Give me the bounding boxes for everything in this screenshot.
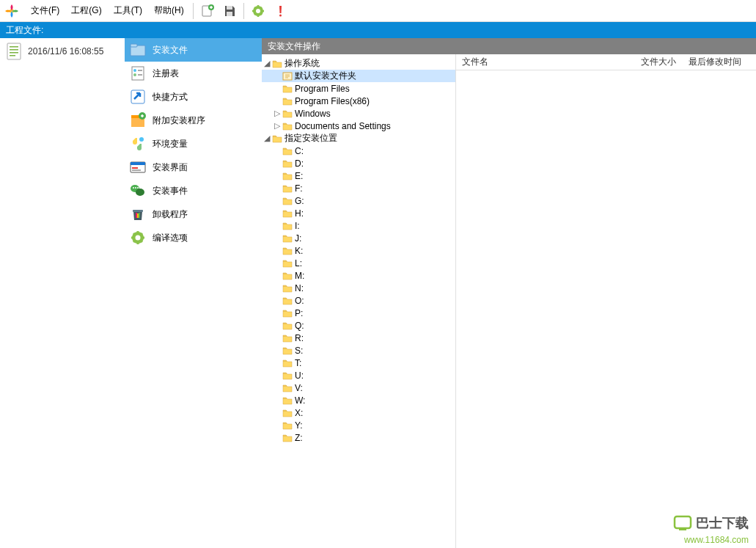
new-button[interactable]	[197, 1, 218, 21]
folder-icon	[282, 221, 293, 231]
tree-row[interactable]: K:	[262, 244, 455, 257]
app-logo-icon	[3, 2, 21, 20]
tree-row[interactable]: J:	[262, 232, 455, 244]
folder-icon	[282, 121, 293, 131]
svg-rect-28	[132, 169, 141, 171]
folder-icon	[282, 433, 293, 443]
tree-toggle-icon[interactable]: ◢	[262, 59, 272, 68]
ui-icon	[129, 158, 147, 176]
special-folder-icon	[282, 71, 293, 81]
install-files-icon	[129, 41, 147, 59]
folder-tree-panel[interactable]: ◢操作系统默认安装文件夹Program FilesProgram Files(x…	[262, 54, 456, 548]
content-panels: ◢操作系统默认安装文件夹Program FilesProgram Files(x…	[262, 54, 756, 548]
svg-rect-27	[132, 167, 138, 169]
env-icon	[129, 135, 147, 153]
tree-row[interactable]: U:	[262, 369, 455, 381]
column-modified[interactable]: 最后修改时间	[683, 56, 756, 68]
menu-item[interactable]: 工程(G)	[65, 2, 107, 18]
tree-toggle-icon[interactable]: ▷	[272, 109, 282, 118]
tree-row[interactable]: ◢指定安装位置	[262, 132, 455, 145]
nav-item[interactable]: 快捷方式	[125, 85, 262, 109]
tree-row[interactable]: D:	[262, 157, 455, 169]
svg-point-39	[136, 235, 141, 241]
folder-icon	[282, 196, 293, 206]
nav-item[interactable]: 安装界面	[125, 156, 262, 179]
tree-row[interactable]: Program Files(x86)	[262, 95, 455, 107]
save-button[interactable]	[219, 1, 240, 21]
nav-item[interactable]: 卸载程序	[125, 202, 262, 226]
column-filesize[interactable]: 文件大小	[635, 56, 683, 68]
menu-item[interactable]: 工具(T)	[108, 2, 148, 18]
tree-row[interactable]: T:	[262, 357, 455, 369]
tree-row[interactable]: S:	[262, 344, 455, 357]
tree-toggle-icon[interactable]: ▷	[272, 121, 282, 131]
nav-panel: 安装文件注册表快捷方式附加安装程序环境变量安装界面安装事件卸载程序编译选项	[125, 38, 262, 548]
tree-row[interactable]: O:	[262, 294, 455, 307]
folder-icon	[282, 146, 293, 156]
watermark-logo-icon	[672, 513, 693, 533]
watermark-brand: 巴士下载	[672, 513, 749, 533]
nav-item-label: 安装事件	[153, 185, 188, 197]
folder-icon	[282, 246, 293, 256]
nav-item[interactable]: 注册表	[125, 62, 262, 85]
tree-row[interactable]: W:	[262, 394, 455, 406]
content-header-label: 安装文件操作	[268, 40, 320, 53]
folder-icon	[282, 296, 293, 306]
svg-rect-9	[10, 46, 18, 48]
tree-row[interactable]: ◢操作系统	[262, 57, 455, 70]
warning-button[interactable]	[270, 1, 290, 21]
menu-item[interactable]: 帮助(H)	[148, 2, 190, 18]
content-panel: 安装文件操作 ◢操作系统默认安装文件夹Program FilesProgram …	[262, 38, 756, 548]
nav-item[interactable]: 附加安装程序	[125, 109, 262, 132]
nav-item-label: 快捷方式	[153, 91, 188, 103]
column-filename[interactable]: 文件名	[456, 56, 635, 68]
main-area: 2016/11/6 16:08:55 安装文件注册表快捷方式附加安装程序环境变量…	[0, 38, 756, 548]
tree-label: F:	[295, 183, 303, 194]
tree-row[interactable]: ▷Documents and Settings	[262, 120, 455, 132]
tree-label: V:	[295, 383, 303, 393]
tree-label: D:	[295, 158, 304, 169]
svg-point-33	[137, 187, 139, 189]
tree-row[interactable]: M:	[262, 269, 455, 282]
tree-row[interactable]: Z:	[262, 431, 455, 444]
nav-item[interactable]: 编译选项	[125, 226, 262, 249]
shortcut-icon	[129, 88, 147, 106]
tree-row[interactable]: F:	[262, 182, 455, 194]
tree-row[interactable]: L:	[262, 257, 455, 269]
menu-item[interactable]: 文件(F)	[25, 2, 65, 18]
project-item[interactable]: 2016/11/6 16:08:55	[0, 38, 125, 65]
folder-icon	[282, 233, 293, 244]
svg-point-6	[256, 9, 260, 13]
tree-row[interactable]: X:	[262, 406, 455, 419]
tree-row[interactable]: Y:	[262, 419, 455, 431]
tree-toggle-icon[interactable]: ◢	[262, 134, 272, 143]
tree-label: M:	[295, 271, 304, 281]
tree-label: C:	[295, 146, 304, 156]
folder-icon	[282, 109, 293, 119]
nav-item[interactable]: 安装事件	[125, 179, 262, 202]
tree-row[interactable]: Program Files	[262, 82, 455, 95]
tree-row[interactable]: P:	[262, 307, 455, 319]
folder-icon	[282, 183, 293, 194]
tree-row[interactable]: C:	[262, 145, 455, 157]
tree-label: K:	[295, 246, 303, 256]
folder-icon	[282, 258, 293, 268]
tree-row[interactable]: R:	[262, 332, 455, 344]
tree-label: T:	[295, 358, 301, 368]
tree-label: N:	[295, 283, 304, 293]
tree-row[interactable]: H:	[262, 207, 455, 219]
tree-row[interactable]: ▷Windows	[262, 107, 455, 120]
nav-item[interactable]: 安装文件	[125, 38, 262, 62]
svg-rect-37	[137, 213, 139, 218]
folder-icon	[282, 158, 293, 169]
tree-row[interactable]: 默认安装文件夹	[262, 70, 455, 82]
build-button[interactable]	[248, 1, 268, 21]
tree-row[interactable]: Q:	[262, 319, 455, 332]
tree-label: Q:	[295, 321, 304, 331]
tree-row[interactable]: I:	[262, 219, 455, 232]
nav-item[interactable]: 环境变量	[125, 132, 262, 156]
tree-row[interactable]: N:	[262, 282, 455, 294]
tree-row[interactable]: E:	[262, 169, 455, 182]
tree-row[interactable]: G:	[262, 194, 455, 207]
tree-row[interactable]: V:	[262, 381, 455, 394]
